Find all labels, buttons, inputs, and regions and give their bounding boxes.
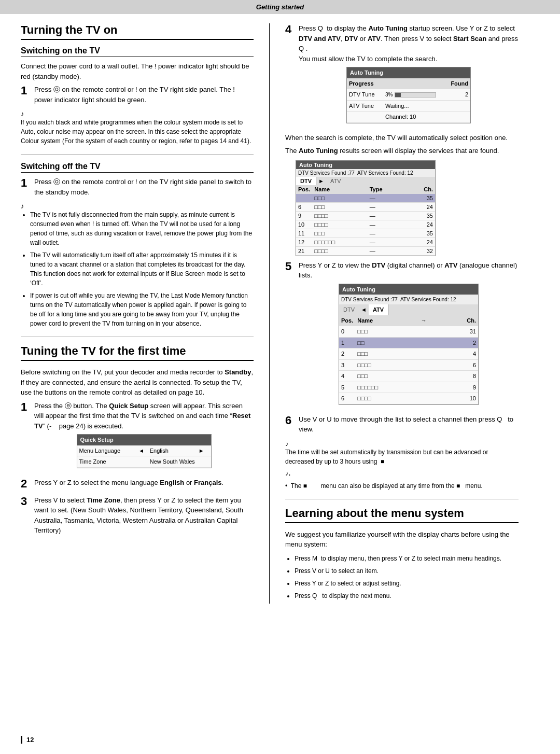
section-turning-on-title: Turning the TV on	[21, 23, 254, 40]
tab-atv-3: ATV	[369, 304, 388, 315]
learning-bullets-list: Press M to display menu, then press Y or…	[295, 554, 519, 601]
auto-tuning-2-row-0: □□□ ― 35	[296, 193, 435, 202]
dtv-tune-label: DTV Tune	[347, 89, 383, 101]
header-bar: Getting started	[0, 0, 560, 14]
auto-tuning-screen-2: Auto Tuning DTV Services Found :77 ATV S…	[296, 160, 436, 256]
auto-tuning-2-row-21: 21 □□□□ ― 32	[296, 246, 435, 255]
step-tuning-content-4: Press Q to display the Auto Tuning start…	[299, 23, 519, 128]
row-pos-21: 21	[296, 246, 312, 255]
row-type-0: ―	[368, 193, 405, 202]
col-arrow-3: →	[419, 315, 444, 326]
step-tuning-content-6: Use V or U to move through the list to s…	[299, 414, 519, 435]
learning-bullet-1: Press M to display menu, then press Y or…	[295, 554, 519, 563]
note-icon-2: ♪	[21, 202, 254, 210]
auto-tuning-1-dtv: DTV Tune 3% 2	[347, 89, 470, 101]
auto-tuning-1-table: Progress Found DTV Tune 3% 2	[347, 78, 470, 123]
step-tuning-num-2: 2	[21, 478, 30, 490]
auto-tuning-screen-3: Auto Tuning DTV Services Found :77 ATV S…	[339, 284, 479, 405]
note-block-3: ♪ The time will be set automatically by …	[285, 440, 519, 477]
step-tuning-2: 2 Press Y or Z to select the menu langua…	[21, 478, 254, 490]
auto-tuning-2-row-12: 12 □□□□□□ ― 24	[296, 238, 435, 246]
auto-tuning-3-row-6: 6 □□□□ 10	[339, 393, 478, 404]
tab-arrow: ►	[316, 177, 326, 185]
auto-tuning-3-table: Pos. Name → Ch. 0 □□□ 31	[339, 315, 478, 404]
section-tuning-title: Tuning the TV for the first time	[21, 344, 254, 361]
step-tuning-3: 3 Press V to select Time Zone, then pres…	[21, 495, 254, 536]
auto-tuning-2-col-header: Pos. Name Type Ch.	[296, 185, 435, 194]
step-tuning-1: 1 Press the ⓔ button. The Quick Setup sc…	[21, 401, 254, 472]
note-block-1: ♪ If you watch black and white programme…	[21, 110, 254, 146]
atv-waiting: Waiting...	[383, 100, 470, 111]
row-ch-11: 35	[405, 229, 435, 238]
section-learning-title: Learning about the menu system	[285, 507, 519, 523]
row-pos-9: 9	[296, 211, 312, 220]
step-content-off-1: Press ⓞ on the remote control or ! on th…	[34, 177, 254, 197]
step-switch-off-1: 1 Press ⓞ on the remote control or ! on …	[21, 177, 254, 197]
col-name-3: Name	[355, 315, 418, 326]
auto-tuning-screen-1: Auto Tuning Progress Found DTV Tune 3%	[346, 67, 471, 123]
note-text-4: • The ■ menu can also be displayed at an…	[285, 481, 519, 491]
quick-setup-table: Menu Language ◄ English ► Time Zone New …	[77, 445, 211, 468]
col-progress: Progress	[347, 78, 383, 89]
note-text-3: The time will be set automatically by tr…	[285, 448, 519, 466]
atv-tune-label: ATV Tune	[347, 100, 383, 111]
row-pos-10: 10	[296, 220, 312, 229]
auto-tuning-3-row-5: 5 □□□□□□ 9	[339, 382, 478, 393]
auto-tuning-2-row-10: 10 □□□□ ― 24	[296, 220, 435, 229]
step-content-1: Press ⓞ on the remote control or ! on th…	[34, 85, 254, 105]
auto-tuning-3-title: Auto Tuning	[339, 284, 478, 295]
tab-dtv-3: DTV	[339, 304, 359, 315]
auto-tuning-3-row-4: 4 □□□ 8	[339, 371, 478, 382]
auto-tuning-3-row-1: 1 □□ 2	[339, 337, 478, 348]
auto-tuning-2-row-6: 6 □□□ ― 24	[296, 202, 435, 211]
row-name-12: □□□□□□	[312, 238, 367, 246]
quick-setup-row-language: Menu Language ◄ English ►	[77, 445, 211, 456]
step-tuning-num-6: 6	[285, 414, 295, 435]
row-type-6: ―	[368, 202, 405, 211]
note-text-1: If you watch black and white programmes …	[21, 118, 254, 146]
right-column: 4 Press Q to display the Auto Tuning sta…	[270, 23, 519, 604]
page: Getting started Turning the TV on Switch…	[0, 0, 560, 754]
step-tuning-num-1: 1	[21, 401, 30, 472]
step-tuning-content-5: Press Y or Z to view the DTV (digital ch…	[299, 260, 519, 409]
row-type-10: ―	[368, 220, 405, 229]
row-ch-21: 32	[405, 246, 435, 255]
channel-display: Channel: 10	[383, 111, 470, 123]
row-pos-11: 11	[296, 229, 312, 238]
row-type-12: ―	[368, 238, 405, 246]
row-type-9: ―	[368, 211, 405, 220]
tab-bar-3: DTV ◄ ATV	[339, 304, 478, 315]
search-complete-text: When the search is complete, the TV will…	[285, 133, 519, 143]
auto-tuning-1-header: Progress Found	[347, 78, 470, 89]
row-type-21: ―	[368, 246, 405, 255]
row-pos-6: 6	[296, 202, 312, 211]
note-icon-1: ♪	[21, 110, 254, 118]
row-name-0: □□□	[312, 193, 367, 202]
dtv-found-count: 2	[445, 89, 470, 101]
header-label: Getting started	[256, 3, 304, 11]
auto-tuning-2-subtitle: DTV Services Found :77 ATV Services Foun…	[296, 169, 435, 177]
step-tuning-content-1: Press the ⓔ button. The Quick Setup scre…	[34, 401, 254, 472]
quick-setup-timezone-empty	[135, 456, 148, 468]
auto-tuning-2-row-9: 9 □□□□ ― 35	[296, 211, 435, 220]
auto-tuning-results-text: The Auto Tuning results screen will disp…	[285, 146, 519, 156]
step-switch-on-1: 1 Press ⓞ on the remote control or ! on …	[21, 85, 254, 105]
quick-setup-label-language: Menu Language	[77, 445, 135, 456]
row-ch-6: 24	[405, 202, 435, 211]
note-block-2: ♪ The TV is not fully disconnected from …	[21, 202, 254, 328]
col-name-2: Name	[312, 185, 367, 194]
learning-bullet-3: Press Y or Z to select or adjust setting…	[295, 579, 519, 588]
auto-tuning-2-row-11: 11 □□□ ― 35	[296, 229, 435, 238]
row-ch-0: 35	[405, 193, 435, 202]
switching-off-subtitle: Switching off the TV	[21, 162, 254, 173]
learning-bullet-4: Press Q to display the next menu.	[295, 591, 519, 601]
switching-on-body: Connect the power cord to a wall outlet.…	[21, 61, 254, 81]
row-pos-12: 12	[296, 238, 312, 246]
learning-bullet-2: Press V or U to select an item.	[295, 566, 519, 576]
step-num-off-1: 1	[21, 177, 30, 197]
auto-tuning-3-row-3: 3 □□□□ 6	[339, 359, 478, 371]
switching-on-subtitle: Switching on the TV	[21, 46, 254, 57]
row-ch-12: 24	[405, 238, 435, 246]
quick-setup-arrow-right: ►	[192, 445, 211, 456]
bullet-off-2: The TV will automatically turn itself of…	[30, 250, 254, 288]
